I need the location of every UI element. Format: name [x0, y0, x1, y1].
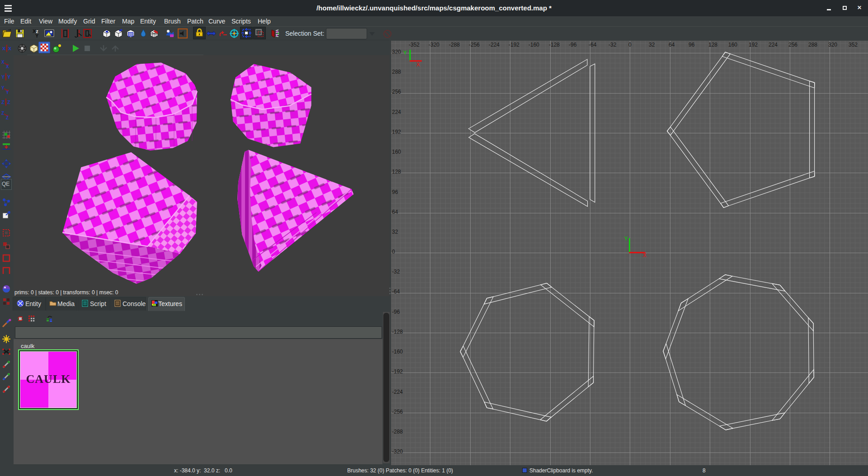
svg-text:X: X: [6, 64, 9, 69]
svg-text:Y: Y: [1, 85, 5, 90]
svg-text:Z: Z: [1, 111, 4, 116]
svg-text:Y: Y: [7, 74, 11, 80]
svg-text:Z: Z: [7, 99, 10, 105]
svg-text:Y: Y: [403, 50, 407, 56]
svg-text:Z: Z: [6, 115, 9, 120]
svg-text:X: X: [1, 60, 5, 65]
svg-text:Z: Z: [1, 99, 5, 105]
svg-text:Y: Y: [624, 236, 628, 242]
svg-text:Y: Y: [35, 33, 39, 38]
svg-text:Y: Y: [6, 90, 9, 95]
svg-text:X: X: [416, 61, 420, 68]
svg-text:Y: Y: [1, 74, 5, 80]
svg-text:X: X: [643, 252, 646, 259]
